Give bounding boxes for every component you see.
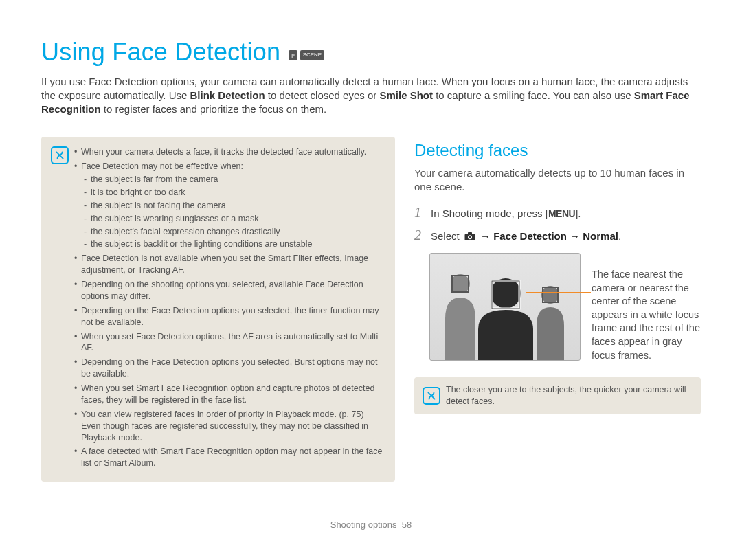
mode-badge: SCENE <box>300 50 325 60</box>
note-item: You can view registered faces in order o… <box>74 409 385 444</box>
svg-point-3 <box>469 236 471 238</box>
page-title: Using Face Detection <box>41 36 280 69</box>
note-item: When you set Smart Face Recognition opti… <box>74 383 385 406</box>
note-item: Face Detection is not available when you… <box>74 253 385 276</box>
note-sub-item: the subject is not facing the camera <box>81 200 385 212</box>
callout-line <box>526 292 591 293</box>
step-number: 2 <box>414 226 425 245</box>
note-item: When your camera detects a face, it trac… <box>74 146 385 158</box>
note-sub-item: the subject is far from the camera <box>81 174 385 186</box>
demo-screen <box>429 253 581 361</box>
intro-text: If you use Face Detection options, your … <box>41 75 701 117</box>
menu-button-label: MENU <box>548 208 575 221</box>
svg-point-6 <box>491 278 521 309</box>
step-1: 1 In Shooting mode, press [MENU]. <box>414 203 701 222</box>
step-2: 2 Select → Face Detection → Normal. <box>414 226 701 245</box>
tip-text: The closer you are to the subjects, the … <box>446 384 693 407</box>
tip-box: The closer you are to the subjects, the … <box>414 377 701 414</box>
step-number: 1 <box>414 203 425 222</box>
step-text: In Shooting mode, press [ <box>431 208 548 219</box>
svg-point-9 <box>541 286 559 304</box>
svg-point-4 <box>451 274 470 293</box>
note-icon <box>423 387 440 405</box>
demo-caption: The face nearest the camera or nearest t… <box>592 268 701 362</box>
step-text: Select <box>431 230 462 242</box>
note-sub-item: the subject is wearing sunglasses or a m… <box>81 213 385 225</box>
step-bold: → Face Detection → Normal <box>477 230 618 242</box>
mode-badge: p <box>289 50 297 60</box>
note-item: Depending on the Face Detection options … <box>74 357 385 380</box>
note-item: Depending on the shooting options you se… <box>74 279 385 302</box>
note-sub-item: the subject is backlit or the lighting c… <box>81 238 385 250</box>
notes-box: When your camera detects a face, it trac… <box>41 137 395 482</box>
section-heading: Detecting faces <box>414 139 701 161</box>
note-item: A face detected with Smart Face Recognit… <box>74 446 385 469</box>
note-sub-item: the subject's facial expression changes … <box>81 226 385 238</box>
section-intro: Your camera automatically detects up to … <box>414 166 701 194</box>
note-icon <box>51 146 69 164</box>
note-item: When you set Face Detection options, the… <box>74 331 385 355</box>
note-item: Depending on the Face Detection options … <box>74 305 385 328</box>
camera-icon <box>464 231 476 242</box>
svg-rect-1 <box>468 232 472 235</box>
mode-badges: pSCENE <box>289 50 324 60</box>
page-footer: Shooting options 58 <box>0 519 742 531</box>
note-item: Face Detection may not be effective when… <box>74 161 385 250</box>
note-sub-item: it is too bright or too dark <box>81 187 385 199</box>
